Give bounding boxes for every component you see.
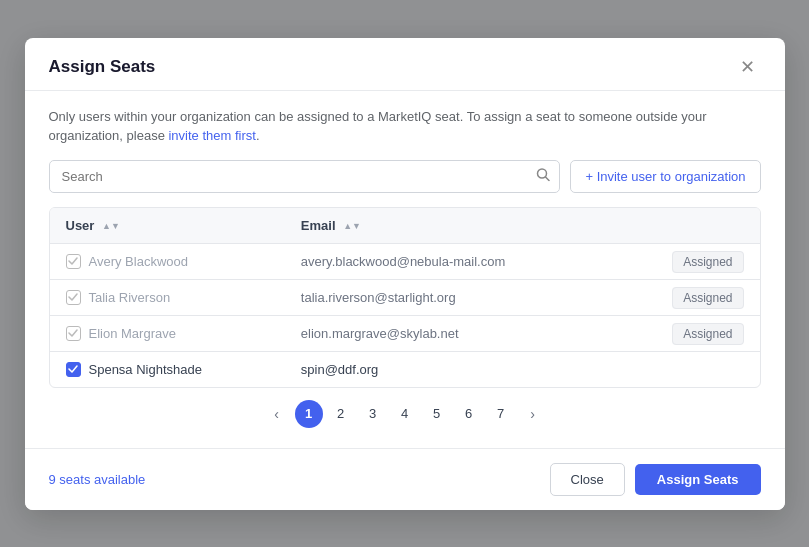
- status-cell-1: Assigned: [615, 279, 759, 315]
- pagination-next[interactable]: ›: [519, 400, 547, 428]
- footer-actions: Close Assign Seats: [550, 463, 761, 496]
- assigned-badge: Assigned: [672, 251, 743, 273]
- pagination-page-7[interactable]: 7: [487, 400, 515, 428]
- pagination: ‹ 1 2 3 4 5 6 7 ›: [49, 388, 761, 432]
- seats-available: 9 seats available: [49, 472, 146, 487]
- status-cell-0: Assigned: [615, 243, 759, 279]
- user-name-1: Talia Riverson: [89, 290, 171, 305]
- users-table: User ▲▼ Email ▲▼ Avery Blackwoodavery.bl…: [50, 208, 760, 387]
- modal-overlay: Assign Seats ✕ Only users within your or…: [0, 0, 809, 547]
- email-sort-icon[interactable]: ▲▼: [343, 222, 361, 231]
- checkbox-assigned-1[interactable]: [66, 290, 81, 305]
- user-name-0: Avery Blackwood: [89, 254, 188, 269]
- search-wrap: [49, 160, 561, 193]
- email-cell-2: elion.margrave@skylab.net: [285, 315, 615, 351]
- email-cell-3: spin@ddf.org: [285, 351, 615, 387]
- pagination-page-5[interactable]: 5: [423, 400, 451, 428]
- pagination-page-3[interactable]: 3: [359, 400, 387, 428]
- user-name-2: Elion Margrave: [89, 326, 176, 341]
- user-cell-0: Avery Blackwood: [50, 243, 285, 279]
- pagination-page-6[interactable]: 6: [455, 400, 483, 428]
- modal-footer: 9 seats available Close Assign Seats: [25, 448, 785, 510]
- col-email: Email ▲▼: [285, 208, 615, 244]
- assign-seats-button[interactable]: Assign Seats: [635, 464, 761, 495]
- assign-seats-modal: Assign Seats ✕ Only users within your or…: [25, 38, 785, 510]
- table-header-row: User ▲▼ Email ▲▼: [50, 208, 760, 244]
- status-cell-3: [615, 351, 759, 387]
- user-sort-icon[interactable]: ▲▼: [102, 222, 120, 231]
- user-cell-1: Talia Riverson: [50, 279, 285, 315]
- user-name-3: Spensa Nightshade: [89, 362, 202, 377]
- users-table-wrap: User ▲▼ Email ▲▼ Avery Blackwoodavery.bl…: [49, 207, 761, 388]
- table-row: Avery Blackwoodavery.blackwood@nebula-ma…: [50, 243, 760, 279]
- checkbox-active-3[interactable]: [66, 362, 81, 377]
- col-user: User ▲▼: [50, 208, 285, 244]
- close-button[interactable]: Close: [550, 463, 625, 496]
- pagination-page-4[interactable]: 4: [391, 400, 419, 428]
- col-status: [615, 208, 759, 244]
- checkbox-assigned-0[interactable]: [66, 254, 81, 269]
- pagination-prev[interactable]: ‹: [263, 400, 291, 428]
- assigned-badge: Assigned: [672, 323, 743, 345]
- email-cell-1: talia.riverson@starlight.org: [285, 279, 615, 315]
- table-row: Elion Margraveelion.margrave@skylab.netA…: [50, 315, 760, 351]
- close-icon[interactable]: ✕: [734, 56, 761, 78]
- invite-link[interactable]: invite them first: [168, 128, 255, 143]
- assigned-badge: Assigned: [672, 287, 743, 309]
- user-cell-3: Spensa Nightshade: [50, 351, 285, 387]
- checkbox-assigned-2[interactable]: [66, 326, 81, 341]
- modal-body: Only users within your organization can …: [25, 91, 785, 448]
- table-row: Spensa Nightshadespin@ddf.org: [50, 351, 760, 387]
- info-text: Only users within your organization can …: [49, 107, 761, 146]
- modal-header: Assign Seats ✕: [25, 38, 785, 91]
- modal-title: Assign Seats: [49, 57, 156, 77]
- pagination-page-1[interactable]: 1: [295, 400, 323, 428]
- pagination-page-2[interactable]: 2: [327, 400, 355, 428]
- search-input[interactable]: [49, 160, 561, 193]
- invite-user-button[interactable]: + Invite user to organization: [570, 160, 760, 193]
- user-cell-2: Elion Margrave: [50, 315, 285, 351]
- status-cell-2: Assigned: [615, 315, 759, 351]
- table-row: Talia Riversontalia.riverson@starlight.o…: [50, 279, 760, 315]
- email-cell-0: avery.blackwood@nebula-mail.com: [285, 243, 615, 279]
- toolbar: + Invite user to organization: [49, 160, 761, 193]
